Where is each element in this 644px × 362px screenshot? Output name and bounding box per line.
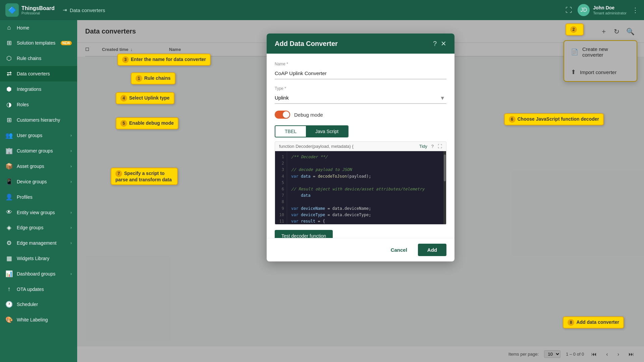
sidebar-item-home[interactable]: ⌂ Home [0, 20, 77, 35]
code-content[interactable]: /** Decoder **/ // decode payload to JSO… [287, 151, 443, 224]
dialog-title: Add Data Converter [275, 40, 338, 48]
sidebar-item-roles[interactable]: ◑ Roles [0, 97, 77, 112]
type-select[interactable]: Uplink Downlink [275, 92, 446, 104]
sidebar: ⌂ Home ⊞ Solution templates NEW ⬡ Rule c… [0, 20, 77, 362]
sidebar-icon-device-groups: 📱 [5, 178, 13, 185]
annotation-5: 5Enable debug mode [116, 117, 178, 129]
breadcrumb-label: Data converters [70, 7, 105, 13]
annotation-1: 1Rule chains [131, 72, 175, 84]
sidebar-label-entity-view-groups: Entity view groups [17, 210, 66, 215]
annotation-8: 8Add data converter [563, 316, 624, 328]
sidebar-icon-ota-updates: ↑ [5, 286, 13, 293]
sidebar-item-profiles[interactable]: 👤 Profiles [0, 189, 77, 205]
breadcrumb-icon: ⇥ [63, 7, 67, 13]
sidebar-arrow-edge-management: › [70, 241, 72, 245]
scrollbar-thumb [444, 155, 446, 181]
code-editor-inner: 123456789101112 /** Decoder **/ // decod… [275, 151, 446, 224]
debug-mode-row: Debug mode [275, 111, 446, 119]
logo-icon: 🔷 [5, 3, 19, 17]
dialog-header-actions: ? ✕ [433, 40, 446, 48]
sidebar-icon-entity-view-groups: 👁 [5, 209, 13, 216]
tab-javascript[interactable]: Java Script [306, 126, 348, 137]
test-decoder-button[interactable]: Test decoder function [275, 230, 333, 238]
sidebar-item-asset-groups[interactable]: 📦 Asset groups › [0, 159, 77, 174]
logo-text: ThingsBoard [21, 5, 55, 11]
sidebar-item-device-groups[interactable]: 📱 Device groups › [0, 174, 77, 189]
sidebar-icon-white-labeling: 🎨 [5, 316, 13, 323]
breadcrumb: ⇥ Data converters [63, 7, 566, 13]
type-select-wrapper: Uplink Downlink ▼ [275, 92, 446, 104]
sidebar-item-customers-hierarchy[interactable]: ⊞ Customers hierarchy [0, 112, 77, 128]
cancel-button[interactable]: Cancel [385, 244, 413, 256]
sidebar-item-white-labeling[interactable]: 🎨 White Labeling [0, 312, 77, 327]
code-editor-area[interactable]: 123456789101112 /** Decoder **/ // decod… [275, 151, 446, 225]
sidebar-icon-roles: ◑ [5, 101, 13, 108]
sidebar-item-solution-templates[interactable]: ⊞ Solution templates NEW [0, 35, 77, 51]
sidebar-label-integrations: Integrations [17, 86, 72, 92]
code-help-icon[interactable]: ? [431, 144, 434, 149]
dialog-help-icon[interactable]: ? [433, 40, 437, 48]
code-editor-actions: Tidy ? ⛶ [419, 144, 442, 149]
sidebar-label-asset-groups: Asset groups [17, 164, 66, 169]
more-options-icon[interactable]: ⋮ [632, 6, 639, 14]
expand-icon[interactable]: ⛶ [566, 6, 572, 14]
user-info: JD John Doe Tenant administrator [578, 4, 627, 16]
tab-tbel[interactable]: TBEL [275, 126, 306, 137]
name-input[interactable] [275, 68, 446, 79]
logo: 🔷 ThingsBoard Professional [5, 3, 55, 17]
sidebar-label-customers-hierarchy: Customers hierarchy [17, 117, 72, 123]
dialog-close-icon[interactable]: ✕ [441, 40, 446, 48]
add-button-dialog[interactable]: Add [418, 244, 446, 256]
toggle-knob [283, 111, 289, 118]
sidebar-arrow-entity-view-groups: › [70, 210, 72, 215]
sidebar-label-solution-templates: Solution templates [17, 40, 57, 46]
name-label: Name * [275, 62, 446, 66]
sidebar-label-widgets-library: Widgets Library [17, 256, 72, 261]
sidebar-label-user-groups: User groups [17, 133, 66, 138]
sidebar-item-dashboard-groups[interactable]: 📊 Dashboard groups › [0, 266, 77, 282]
dialog-footer: Cancel Add [267, 238, 454, 261]
sidebar-label-ota-updates: OTA updates [17, 287, 72, 292]
debug-mode-toggle[interactable] [275, 111, 290, 119]
sidebar-arrow-edge-groups: › [70, 225, 72, 230]
sidebar-item-scheduler[interactable]: 🕐 Scheduler [0, 297, 77, 312]
sidebar-label-roles: Roles [17, 102, 72, 107]
sidebar-label-scheduler: Scheduler [17, 302, 72, 307]
sidebar-item-user-groups[interactable]: 👥 User groups › [0, 128, 77, 143]
sidebar-label-device-groups: Device groups [17, 179, 66, 184]
sidebar-item-edge-groups[interactable]: ◈ Edge groups › [0, 220, 77, 235]
sidebar-icon-scheduler: 🕐 [5, 301, 13, 308]
name-form-group: Name * [275, 62, 446, 79]
sidebar-icon-edge-groups: ◈ [5, 224, 13, 231]
sidebar-item-widgets-library[interactable]: ▦ Widgets Library [0, 251, 77, 266]
sidebar-icon-rule-chains: ⬡ [5, 55, 13, 62]
sidebar-item-customer-groups[interactable]: 🏢 Customer groups › [0, 143, 77, 159]
debug-mode-label: Debug mode [294, 112, 323, 118]
annotation-4: 4Select Uplink type [116, 92, 174, 104]
topbar-right: ⛶ JD John Doe Tenant administrator ⋮ [566, 4, 639, 16]
sidebar-item-integrations[interactable]: ⬢ Integrations [0, 81, 77, 97]
sidebar-item-edge-management[interactable]: ⚙ Edge management › [0, 235, 77, 251]
dialog-body: Name * Type * Uplink Downlink ▼ [267, 54, 454, 238]
sidebar-item-rule-chains[interactable]: ⬡ Rule chains [0, 51, 77, 66]
sidebar-item-data-converters[interactable]: ⇄ Data converters [0, 66, 77, 81]
user-name: John Doe [593, 5, 627, 11]
sidebar-item-entity-view-groups[interactable]: 👁 Entity view groups › [0, 205, 77, 220]
annotation-2: 2 [566, 23, 584, 36]
code-scrollbar[interactable] [443, 151, 446, 224]
sidebar-icon-widgets-library: ▦ [5, 255, 13, 262]
content-area: Data converters ＋ ↻ 🔍 ☐ Created time ↓ N… [77, 20, 644, 362]
tidy-button[interactable]: Tidy [419, 144, 427, 149]
sidebar-item-ota-updates[interactable]: ↑ OTA updates [0, 282, 77, 297]
sidebar-label-white-labeling: White Labeling [17, 317, 72, 322]
annotation-3: 3Enter the name for data converter [117, 54, 211, 66]
avatar: JD [578, 4, 590, 16]
code-fullscreen-icon[interactable]: ⛶ [438, 144, 442, 149]
user-details: John Doe Tenant administrator [593, 5, 627, 15]
sidebar-icon-dashboard-groups: 📊 [5, 270, 13, 278]
sidebar-arrow-user-groups: › [70, 133, 72, 138]
line-numbers: 123456789101112 [275, 151, 287, 224]
sidebar-label-edge-management: Edge management [17, 240, 66, 246]
sidebar-icon-home: ⌂ [5, 24, 13, 31]
sidebar-arrow-device-groups: › [70, 179, 72, 184]
